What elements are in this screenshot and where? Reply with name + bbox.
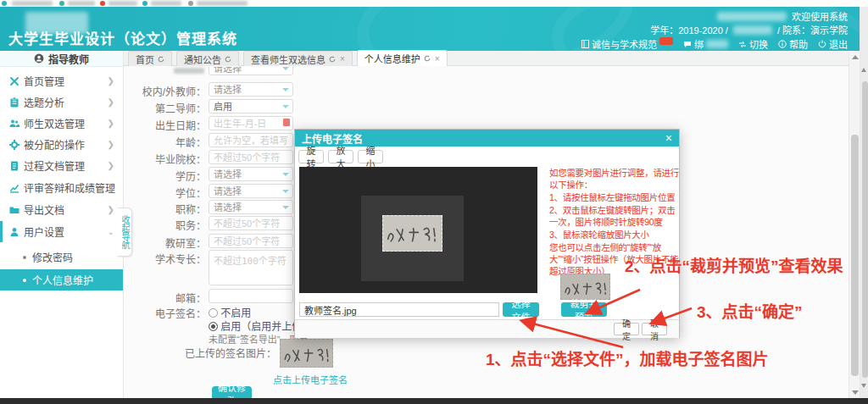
app-window: 大学生毕业设计（论文）管理系统 欢迎使用系统 学年：2019-2020 / / … xyxy=(0,0,868,404)
upload-signature-link[interactable]: 点击上传电子签名 xyxy=(273,373,348,386)
radio-icon[interactable] xyxy=(209,308,218,318)
sidebar-item-assigned-ops[interactable]: 被分配的操作❯ xyxy=(0,134,123,155)
esign-off-option[interactable]: 不启用 xyxy=(209,305,251,319)
zoom-in-button[interactable]: 放大 xyxy=(328,150,353,163)
ok-button[interactable]: 确定 xyxy=(614,323,639,335)
chevron-right-icon: ❯ xyxy=(108,119,114,128)
annotation-step1: 1、点击“选择文件”，加载电子签名图片 xyxy=(486,350,769,370)
uploaded-signature-image xyxy=(280,339,333,368)
chevron-down-icon: ⌄ xyxy=(108,227,114,236)
annotation-step2: 2、点击“裁剪并预览”查看效果 xyxy=(625,257,868,277)
logout-link[interactable]: 退出 xyxy=(818,37,848,51)
uploaded-signature-label: 已上传的签名图片： xyxy=(127,346,276,360)
scroll-down-icon[interactable] xyxy=(852,390,859,395)
department: / 院系：演示学院 xyxy=(777,23,848,36)
scroll-up-icon[interactable] xyxy=(861,68,866,72)
bind-link[interactable]: 绑 xyxy=(683,37,728,51)
sidebar-subitem-change-password[interactable]: 修改密码 xyxy=(0,246,123,268)
field-label: 校内/外教师： xyxy=(127,84,206,98)
close-icon[interactable]: × xyxy=(435,54,440,64)
select-title[interactable]: 请选择 xyxy=(209,200,293,214)
expertise-field[interactable] xyxy=(209,250,293,285)
modal-title: 上传电子签名 xyxy=(302,131,665,146)
alma-mater-field[interactable] xyxy=(209,150,293,164)
scrollbar-thumb[interactable] xyxy=(862,81,868,378)
form-row-clipped: 请选择 xyxy=(209,67,293,76)
close-icon[interactable]: × xyxy=(340,54,345,64)
user-icon xyxy=(9,227,19,237)
rotate-button[interactable]: 旋转 xyxy=(298,150,324,163)
image-crop-preview[interactable] xyxy=(299,167,537,293)
school-year: 学年：2019-2020 / xyxy=(650,23,728,36)
zoom-out-button[interactable]: 缩小 xyxy=(358,150,383,163)
tools-icon xyxy=(9,76,19,86)
clipboard-icon xyxy=(9,97,19,108)
sidebar-item-home-manage[interactable]: 首页管理❯ xyxy=(0,70,123,91)
select-second-advisor[interactable]: 启用 xyxy=(209,99,293,113)
chevron-right-icon: ❯ xyxy=(108,183,114,192)
scrollbar-thumb[interactable] xyxy=(851,135,859,376)
hot-badge xyxy=(659,37,673,45)
scroll-up-icon[interactable] xyxy=(852,55,859,59)
refresh-icon xyxy=(329,56,336,63)
tab-notices[interactable]: 通知公告 xyxy=(176,51,239,66)
refresh-icon xyxy=(424,55,431,62)
sidebar-item-mutual-select[interactable]: 师生双选管理❯ xyxy=(0,113,123,134)
chevron-right-icon: ❯ xyxy=(108,140,114,149)
username-blurred xyxy=(717,12,787,21)
bookmark-favicon xyxy=(142,1,147,6)
info-circle-icon xyxy=(778,40,787,48)
chevron-right-icon: ❯ xyxy=(108,161,114,170)
tab-mutual-select-info[interactable]: 查看师生双选信息 × xyxy=(243,51,353,66)
sidebar-item-topic-analysis[interactable]: 选题分析❯ xyxy=(0,91,123,113)
annotation-step3: 3、点击“确定” xyxy=(697,302,803,323)
integrity-link[interactable]: 诚信与学术规范 xyxy=(581,37,673,51)
position-field[interactable] xyxy=(209,216,293,230)
welcome-text: 欢迎使用系统 xyxy=(792,9,848,23)
office-field[interactable] xyxy=(209,234,293,248)
document-icon xyxy=(9,161,19,171)
chat-bubble-icon xyxy=(683,41,692,48)
filename-input[interactable] xyxy=(299,302,499,317)
name-blurred xyxy=(733,25,772,35)
bookmark-favicon xyxy=(2,1,7,6)
email-field[interactable] xyxy=(209,289,293,303)
browser-scrollbar[interactable] xyxy=(860,7,868,398)
crop-preview-button[interactable]: 裁剪并预览 xyxy=(561,302,607,317)
birthdate-field[interactable] xyxy=(209,116,293,130)
radio-selected-icon[interactable] xyxy=(209,322,218,331)
tab-home[interactable]: 首页 xyxy=(128,51,172,66)
field-label: 职称： xyxy=(127,202,206,216)
header-links: 诚信与学术规范 绑 切换 帮助 退出 xyxy=(581,37,848,51)
crop-selection[interactable] xyxy=(382,215,442,252)
sidebar-item-user-settings[interactable]: 用户设置⌄ xyxy=(0,221,123,242)
cancel-button[interactable]: 取消 xyxy=(642,323,667,335)
user-circle-icon xyxy=(34,53,44,64)
page-title: 大学生毕业设计（论文）管理系统 xyxy=(8,27,237,48)
help-link[interactable]: 帮助 xyxy=(778,37,808,51)
sidebar-subitem-profile[interactable]: 个人信息维护 xyxy=(0,269,123,291)
gear-icon xyxy=(9,140,19,150)
choose-file-button[interactable]: 选择文件 xyxy=(503,302,539,317)
close-icon[interactable]: × xyxy=(665,132,672,144)
select-clipped[interactable]: 请选择 xyxy=(209,67,293,75)
switch-link[interactable]: 切换 xyxy=(738,37,768,51)
chevron-right-icon: ❯ xyxy=(108,76,114,86)
tab-profile[interactable]: 个人信息维护 × xyxy=(357,50,448,66)
sidebar-item-process-docs[interactable]: 过程文档管理❯ xyxy=(0,155,123,176)
bind-blurred xyxy=(706,40,728,48)
content-scrollbar[interactable] xyxy=(849,52,860,398)
select-education[interactable]: 请选择 xyxy=(209,167,293,181)
active-indicator xyxy=(0,221,3,242)
field-label: 学位： xyxy=(127,185,206,200)
select-degree[interactable]: 请选择 xyxy=(209,184,293,198)
power-icon xyxy=(818,40,826,48)
age-field[interactable] xyxy=(209,133,293,147)
select-teacher-type[interactable]: 请选择 xyxy=(209,82,293,97)
calendar-icon[interactable] xyxy=(283,119,290,126)
app-header: 大学生毕业设计（论文）管理系统 欢迎使用系统 学年：2019-2020 / / … xyxy=(0,7,860,51)
sidebar-item-review-grades[interactable]: 评审答辩和成绩管理❯ xyxy=(0,177,123,198)
sidebar-item-export-docs[interactable]: 导出文档❯ xyxy=(0,199,123,220)
scroll-down-icon[interactable] xyxy=(861,384,866,388)
collapse-nav-tab[interactable]: 收起导航 xyxy=(117,208,132,257)
